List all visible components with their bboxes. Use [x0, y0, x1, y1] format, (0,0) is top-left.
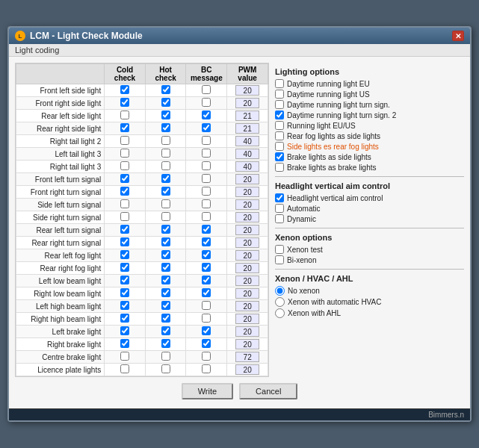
- bc-check-cell[interactable]: [186, 161, 227, 173]
- bc-check-cell[interactable]: [186, 313, 227, 326]
- cold-check-cell[interactable]: [105, 97, 146, 110]
- cold-checkbox[interactable]: [120, 111, 129, 119]
- headlight-option-checkbox[interactable]: [275, 193, 284, 202]
- hot-check-cell[interactable]: [145, 211, 186, 224]
- bc-check-cell[interactable]: [186, 351, 227, 364]
- cold-check-cell[interactable]: [105, 211, 146, 224]
- cold-checkbox[interactable]: [120, 136, 129, 145]
- bc-check-cell[interactable]: [186, 237, 227, 249]
- hot-checkbox[interactable]: [161, 212, 170, 221]
- bc-checkbox[interactable]: [202, 98, 211, 107]
- bc-checkbox[interactable]: [202, 339, 211, 348]
- cold-checkbox[interactable]: [120, 314, 129, 323]
- lighting-option-checkbox[interactable]: [275, 111, 284, 119]
- lighting-option-checkbox[interactable]: [275, 142, 284, 151]
- cancel-button[interactable]: Cancel: [239, 383, 297, 399]
- bc-checkbox[interactable]: [202, 123, 211, 132]
- bc-check-cell[interactable]: [186, 300, 227, 313]
- hot-check-cell[interactable]: [145, 326, 186, 338]
- bc-checkbox[interactable]: [202, 161, 211, 170]
- hot-checkbox[interactable]: [161, 288, 170, 297]
- hot-checkbox[interactable]: [161, 149, 170, 158]
- bc-check-cell[interactable]: [186, 262, 227, 275]
- cold-check-cell[interactable]: [105, 262, 146, 275]
- cold-check-cell[interactable]: [105, 300, 146, 313]
- bc-check-cell[interactable]: [186, 211, 227, 224]
- cold-check-cell[interactable]: [105, 199, 146, 211]
- xenon-hvac-radio[interactable]: [275, 308, 285, 318]
- bc-checkbox[interactable]: [202, 136, 211, 145]
- hot-check-cell[interactable]: [145, 275, 186, 287]
- hot-checkbox[interactable]: [161, 136, 170, 145]
- hot-check-cell[interactable]: [145, 122, 186, 135]
- hot-checkbox[interactable]: [161, 111, 170, 119]
- xenon-hvac-radio[interactable]: [275, 286, 285, 296]
- hot-check-cell[interactable]: [145, 237, 186, 249]
- cold-checkbox[interactable]: [120, 237, 129, 246]
- bc-checkbox[interactable]: [202, 364, 211, 373]
- xenon-hvac-radio[interactable]: [275, 297, 285, 307]
- lighting-option-checkbox[interactable]: [275, 100, 284, 109]
- hot-check-cell[interactable]: [145, 148, 186, 161]
- hot-checkbox[interactable]: [161, 326, 170, 335]
- cold-checkbox[interactable]: [120, 123, 129, 132]
- cold-check-cell[interactable]: [105, 122, 146, 135]
- hot-checkbox[interactable]: [161, 123, 170, 132]
- write-button[interactable]: Write: [182, 383, 233, 399]
- cold-checkbox[interactable]: [120, 326, 129, 335]
- cold-check-cell[interactable]: [105, 224, 146, 237]
- bc-check-cell[interactable]: [186, 199, 227, 211]
- hot-check-cell[interactable]: [145, 161, 186, 173]
- bc-check-cell[interactable]: [186, 224, 227, 237]
- lighting-option-checkbox[interactable]: [275, 121, 284, 130]
- cold-checkbox[interactable]: [120, 288, 129, 297]
- hot-checkbox[interactable]: [161, 263, 170, 272]
- hot-check-cell[interactable]: [145, 249, 186, 262]
- cold-check-cell[interactable]: [105, 161, 146, 173]
- bc-check-cell[interactable]: [186, 122, 227, 135]
- cold-check-cell[interactable]: [105, 135, 146, 148]
- bc-checkbox[interactable]: [202, 225, 211, 234]
- headlight-option-checkbox[interactable]: [275, 214, 284, 223]
- menu-item-light-coding[interactable]: Light coding: [15, 46, 59, 55]
- bc-checkbox[interactable]: [202, 250, 211, 259]
- hot-check-cell[interactable]: [145, 364, 186, 376]
- cold-checkbox[interactable]: [120, 187, 129, 196]
- cold-check-cell[interactable]: [105, 287, 146, 300]
- bc-checkbox[interactable]: [202, 237, 211, 246]
- hot-checkbox[interactable]: [161, 364, 170, 373]
- bc-check-cell[interactable]: [186, 148, 227, 161]
- bc-checkbox[interactable]: [202, 301, 211, 310]
- cold-check-cell[interactable]: [105, 275, 146, 287]
- bc-checkbox[interactable]: [202, 314, 211, 323]
- bc-check-cell[interactable]: [186, 110, 227, 122]
- bc-checkbox[interactable]: [202, 174, 211, 183]
- cold-check-cell[interactable]: [105, 351, 146, 364]
- cold-check-cell[interactable]: [105, 148, 146, 161]
- hot-checkbox[interactable]: [161, 199, 170, 208]
- window-close-button[interactable]: ✕: [452, 31, 464, 41]
- lighting-option-checkbox[interactable]: [275, 90, 284, 99]
- cold-checkbox[interactable]: [120, 174, 129, 183]
- hot-checkbox[interactable]: [161, 187, 170, 196]
- hot-check-cell[interactable]: [145, 224, 186, 237]
- cold-checkbox[interactable]: [120, 364, 129, 373]
- bc-checkbox[interactable]: [202, 263, 211, 272]
- hot-check-cell[interactable]: [145, 351, 186, 364]
- bc-checkbox[interactable]: [202, 187, 211, 196]
- cold-checkbox[interactable]: [120, 301, 129, 310]
- bc-check-cell[interactable]: [186, 287, 227, 300]
- lighting-option-checkbox[interactable]: [275, 131, 284, 140]
- cold-check-cell[interactable]: [105, 326, 146, 338]
- cold-checkbox[interactable]: [120, 149, 129, 158]
- cold-check-cell[interactable]: [105, 364, 146, 376]
- hot-check-cell[interactable]: [145, 287, 186, 300]
- hot-check-cell[interactable]: [145, 84, 186, 97]
- hot-checkbox[interactable]: [161, 174, 170, 183]
- hot-check-cell[interactable]: [145, 97, 186, 110]
- hot-checkbox[interactable]: [161, 276, 170, 284]
- bc-check-cell[interactable]: [186, 186, 227, 199]
- hot-check-cell[interactable]: [145, 186, 186, 199]
- cold-checkbox[interactable]: [120, 98, 129, 107]
- cold-check-cell[interactable]: [105, 84, 146, 97]
